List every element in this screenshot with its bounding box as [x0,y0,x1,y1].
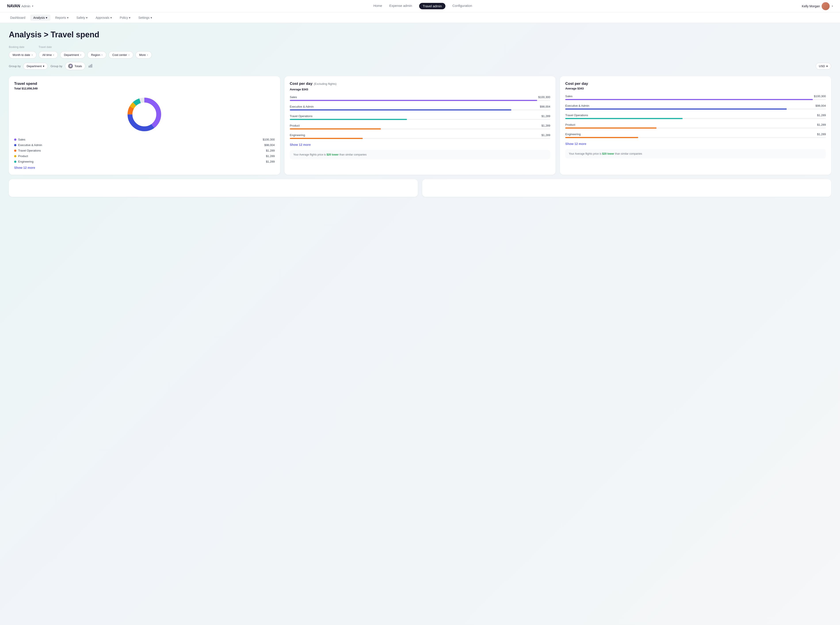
top-navigation: NAVAN Admin ▾ Home Expense admin Travel … [0,0,840,12]
user-menu[interactable]: Kelly Morgan ▾ [802,2,833,10]
bar-item: Engineering $1,289 [565,132,826,138]
legend-item: Executive & Admin $98,004 [14,143,275,147]
nav-reports[interactable]: Reports ▾ [52,15,72,21]
region-chevron-icon: ▾ [101,54,103,56]
groupby-department-btn[interactable]: Department ▾ [23,63,48,70]
bar-label: Engineering [290,134,305,137]
booking-date-label: Booking date [9,45,36,48]
nav-settings[interactable]: Settings ▾ [135,15,155,21]
cost-per-day-card: Cost per day Average $343 Sales $100,300… [560,76,831,175]
region-group: x Region ▾ [87,45,106,59]
bar-amount: $98,004 [815,104,826,107]
department-chevron-icon: ▾ [80,54,81,56]
cost-center-filter[interactable]: Cost center ▾ [109,51,133,59]
bar-fill [290,100,538,101]
bar-item: Executive & Admin $98,004 [290,105,550,110]
currency-chevron-icon: ▾ [826,65,828,68]
travel-spend-subtitle: Total $12,656,549 [14,87,275,90]
travel-spend-legend: Sales $100,300 Executive & Admin $98,004… [14,138,275,163]
legend-amount: $98,004 [264,143,275,147]
svg-rect-2 [90,65,91,68]
nav-safety[interactable]: Safety ▾ [73,15,91,21]
cards-grid: Travel spend Total $12,656,549 [9,76,831,175]
department-group: x Department ▾ [60,45,85,59]
legend-dot [14,149,16,152]
bar-amount: $100,300 [814,95,826,98]
bar-item: Travel Operations $1,289 [290,114,550,120]
cost-per-day-excl-show-more[interactable]: Show 12 more [290,143,550,146]
travel-spend-show-more[interactable]: Show 12 more [14,166,275,169]
legend-amount: $1,289 [266,149,275,152]
legend-item: Travel Operations $1,289 [14,149,275,152]
nav-travel-admin[interactable]: Travel admin [419,3,445,9]
bar-label: Engineering [565,132,580,136]
bar-fill [290,109,511,110]
legend-label: Engineering [18,160,33,163]
logo-brand: NAVAN [7,4,20,8]
travel-date-filter[interactable]: All time ▾ [39,51,58,59]
bar-label: Travel Operations [565,113,588,117]
cost-per-day-excl-insight: Your Average flights price is $20 lower … [290,150,550,159]
cost-per-day-bars: Sales $100,300 Executive & Admin $98,004… [565,95,826,138]
nav-analysis[interactable]: Analysis ▾ [30,15,50,21]
policy-chevron-icon: ▾ [129,16,131,19]
top-nav-links: Home Expense admin Travel admin Configur… [44,3,802,9]
cost-per-day-show-more[interactable]: Show 12 more [565,142,826,146]
bar-amount: $1,289 [817,113,826,117]
bar-label: Product [565,123,575,126]
currency-btn[interactable]: USD ▾ [816,63,831,70]
groupby-chevron-icon: ▾ [43,65,44,68]
safety-chevron-icon: ▾ [86,16,87,19]
groupby-label-1: Group by [9,65,20,68]
bar-amount: $98,004 [540,105,550,108]
travel-date-group: Travel date All time ▾ [39,45,58,59]
nav-expense-admin[interactable]: Expense admin [389,3,412,9]
region-filter[interactable]: Region ▾ [87,51,106,59]
legend-label: Product [18,154,28,158]
bar-fill [565,109,787,110]
cost-per-day-excl-title: Cost per day [290,81,313,86]
bar-item: Engineering $1,289 [290,134,550,139]
more-chevron-icon: ▾ [147,54,148,56]
legend-amount: $1,289 [266,160,275,163]
nav-dashboard[interactable]: Dashboard [7,15,28,21]
donut-chart-container [14,95,275,134]
cost-center-group: x Cost center ▾ [109,45,133,59]
user-name: Kelly Morgan [802,5,820,8]
bar-fill [290,128,381,129]
booking-date-group: Booking date Month to date ▾ [9,45,36,59]
totals-btn[interactable]: Totals [65,62,85,70]
booking-date-filter[interactable]: Month to date ▾ [9,51,36,59]
legend-amount: $100,300 [263,138,274,141]
nav-policy[interactable]: Policy ▾ [117,15,134,21]
nav-home[interactable]: Home [373,3,382,9]
bar-item: Product $1,289 [290,124,550,129]
logo-sub: Admin [22,4,30,8]
cost-per-day-excl-subtitle: (Excluding flights) [314,82,337,86]
groupby-row: Group by Department ▾ Group by Totals US… [9,62,831,70]
bar-label: Travel Operations [290,114,313,118]
legend-dot [14,155,16,157]
nav-configuration[interactable]: Configuration [452,3,472,9]
logo-chevron: ▾ [32,5,33,7]
reports-chevron-icon: ▾ [67,16,69,19]
main-content: Analysis > Travel spend Booking date Mon… [0,23,840,625]
department-filter[interactable]: Department ▾ [60,51,85,59]
bottom-card-right [422,179,831,197]
bar-amount: $1,289 [817,132,826,136]
chart-view-icon[interactable] [88,64,93,69]
svg-rect-3 [91,64,92,68]
travel-spend-title: Travel spend [14,81,275,86]
more-filter[interactable]: More ▾ [136,51,152,59]
avatar [822,2,830,10]
bar-label: Sales [290,95,297,99]
legend-dot [14,161,16,163]
bar-label: Sales [565,95,572,98]
groupby-label-2: Group by [50,65,62,68]
svg-rect-1 [89,65,89,68]
cost-per-day-excl-avg: Average $343 [290,88,550,91]
travel-date-chevron-icon: ▾ [53,54,54,56]
logo[interactable]: NAVAN Admin ▾ [7,4,33,8]
nav-approvals[interactable]: Approvals ▾ [92,15,115,21]
legend-amount: $1,289 [266,154,275,158]
